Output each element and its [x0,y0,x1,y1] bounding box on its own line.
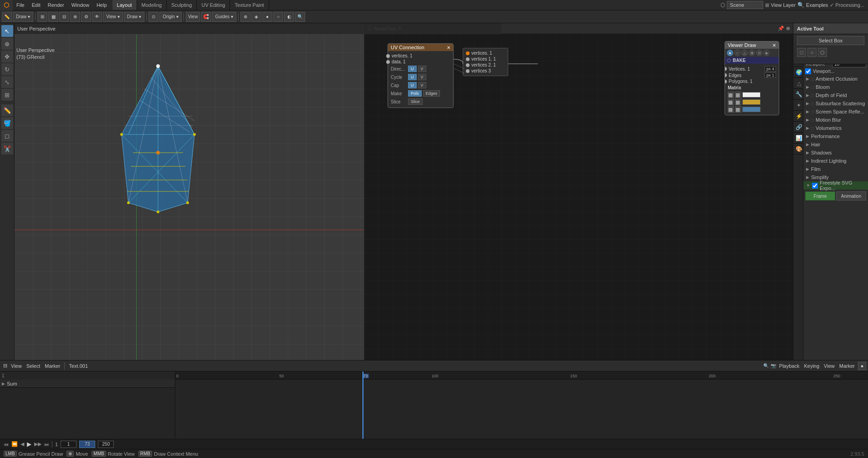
white-swatch[interactable] [742,92,761,98]
tab-uv-editing[interactable]: UV Editing [197,0,230,10]
play-back-icon[interactable]: ◀ [20,441,24,447]
cycle-v-btn[interactable]: V [418,74,426,80]
icon-btn-6[interactable]: 👁 [92,12,102,22]
uv-node-close-icon[interactable]: ✕ [447,45,450,50]
playhead[interactable] [363,371,363,439]
viewer-icon-1[interactable]: ● [727,50,733,56]
edges-px-value[interactable]: px 1 [765,72,776,78]
performance-item[interactable]: ▶ Performance [803,132,868,140]
direc-v-btn[interactable]: V [418,66,426,72]
tl-marker-menu2[interactable]: Marker [838,363,856,369]
tool-selector-btn[interactable]: ✏️ [2,12,12,22]
tl-view-menu2[interactable]: View [822,363,836,369]
fs-checkbox[interactable] [812,183,818,189]
help-menu[interactable]: Help [93,0,111,10]
tab-sculpting[interactable]: Sculpting [167,0,197,10]
guides-dropdown[interactable]: Guides ▾ [212,12,236,22]
scene-name-input[interactable] [727,1,763,9]
tl-camera2-icon[interactable]: 📷 [771,363,776,368]
play-end-icon[interactable]: ⏭ [44,442,49,447]
bloom-item[interactable]: ▶ □ Bloom [803,83,868,91]
uv-connection-node[interactable]: UV Connection ✕ vertices. 1 data. 1 Dire… [388,43,454,108]
xray-btn[interactable]: ◈ [251,12,261,22]
tl-playback-menu[interactable]: Playback [778,363,801,369]
prop-tab-physics[interactable]: ⚡ [793,111,803,122]
scale-tool[interactable]: ⤡ [1,76,13,88]
prop-tab-constraints[interactable]: 🔗 [793,122,803,133]
play-prev-icon[interactable]: ⏪ [11,441,18,447]
cursor-tool[interactable]: ⊕ [1,38,13,50]
tl-circle-btn[interactable]: ● [858,362,866,370]
tab-modeling[interactable]: Modeling [137,0,167,10]
motion-blur-item[interactable]: ▶ □ Motion Blur [803,116,868,124]
icon-btn-4[interactable]: ⊕ [70,12,80,22]
rotate-tool[interactable]: ↻ [1,63,13,75]
snapping-btn[interactable]: 🧲 [201,12,211,22]
icon-btn-3[interactable]: ⊟ [59,12,69,22]
draw-dropdown[interactable]: Draw ▾ [124,12,144,22]
end-frame-input[interactable] [98,441,114,448]
shadows-item[interactable]: ▶ Shadows [803,149,868,157]
at-icon-1[interactable]: □ [797,48,806,57]
viewer-draw-node[interactable]: Viewer Draw ✕ ● ○ △ ⊞ ⊡ ◈ ⬡ BAKE Ve [725,41,779,115]
sss-item[interactable]: ▶ □ Subsurface Scattering [803,99,868,108]
timeline-tracks[interactable]: 0 50 73 100 150 200 250 [175,371,868,439]
vertices-px-value[interactable]: px 4 [765,66,776,72]
play-fwd-icon[interactable]: ▶▶ [34,441,41,447]
pivot-btn[interactable]: ⊙ [148,12,158,22]
film-item[interactable]: ▶ Film [803,165,868,173]
draw-mode-dropdown[interactable]: Draw ▾ [13,12,33,22]
prop-tab-object[interactable]: △ [793,78,803,89]
erase-tool[interactable]: ◻ [1,130,13,142]
transform-tool[interactable]: ⊞ [1,89,13,101]
draw-tool[interactable]: ✏️ [1,104,13,116]
view-btn-2[interactable]: View [186,12,200,22]
blue-swatch[interactable] [742,107,761,112]
at-icon-2[interactable]: ○ [807,48,817,57]
slice-btn[interactable]: Slice [408,98,423,105]
viewer-icon-3[interactable]: △ [741,50,748,56]
depth-of-field-item[interactable]: ▶ □ Depth of Field [803,91,868,99]
viewer-icon-4[interactable]: ⊞ [749,50,755,56]
tl-marker-menu[interactable]: Marker [43,363,61,369]
cycle-u-btn[interactable]: U [408,74,417,80]
cap-v-btn[interactable]: V [418,82,426,88]
select-box-button[interactable]: Select Box [797,36,864,45]
icon-btn-1[interactable]: ⊞ [37,12,47,22]
icon-btn-2[interactable]: ▦ [48,12,58,22]
current-frame-input[interactable] [79,441,95,448]
pols-btn[interactable]: Pols [408,90,422,97]
proportional-btn[interactable]: ⊗ [240,12,250,22]
prop-tab-world[interactable]: 🌍 [793,67,803,78]
shading-render-btn[interactable]: ◐ [284,12,294,22]
tl-view-menu[interactable]: View [10,363,23,369]
volumetrics-item[interactable]: ▶ □ Volumetrics [803,124,868,132]
window-menu[interactable]: Window [68,0,93,10]
render-menu[interactable]: Render [44,0,68,10]
node-canvas[interactable]: UV Connection ✕ vertices. 1 data. 1 Dire… [365,34,793,360]
frame-button[interactable]: Frame [805,191,835,201]
hair-item[interactable]: ▶ Hair [803,140,868,149]
start-frame-input[interactable] [61,441,77,448]
move-tool[interactable]: ✥ [1,51,13,62]
node-editor[interactable]: ⬡ NodeTree ✕ 📌 ⊕ UV Connection ✕ vertice… [364,23,793,360]
prop-tab-data[interactable]: 📊 [793,133,803,144]
prop-tab-particles[interactable]: ✦ [793,100,803,111]
edit-menu[interactable]: Edit [28,0,44,10]
prop-tab-material[interactable]: 🎨 [793,144,803,154]
ambient-occlusion-item[interactable]: ▶ □ Ambient Occlusion [803,75,868,83]
fill-tool[interactable]: 🪣 [1,117,13,129]
icon-btn-5[interactable]: ⚙ [81,12,91,22]
select-tool[interactable]: ↖ [1,25,13,37]
cut-tool[interactable]: ✂️ [1,143,13,154]
play-icon[interactable]: ▶ [27,441,31,448]
file-menu[interactable]: File [13,0,28,10]
shading-wire-btn[interactable]: ○ [273,12,283,22]
cap-u-btn[interactable]: U [408,82,417,88]
tl-keying-menu[interactable]: Keying [802,363,821,369]
node-editor-menu-1[interactable]: ⊕ [786,26,790,31]
shading-solid-btn[interactable]: ● [262,12,272,22]
search-icon[interactable]: 🔍 [797,2,804,8]
at-icon-3[interactable]: ⬡ [818,48,827,57]
prop-tab-modifier[interactable]: 🔧 [793,89,803,100]
